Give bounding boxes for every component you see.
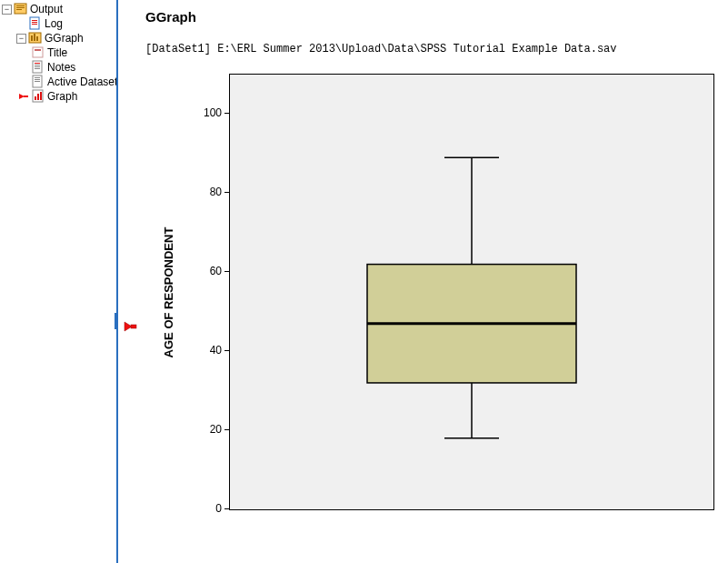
- section-title: GGraph: [145, 9, 728, 25]
- notes-icon: [31, 60, 45, 75]
- svg-rect-16: [35, 65, 40, 65]
- y-tick-label: 80: [194, 186, 222, 198]
- tree-node-ggraph[interactable]: − GGraph: [0, 31, 116, 45]
- tree-label: Title: [47, 45, 67, 60]
- tree-node-log[interactable]: Log: [0, 16, 116, 31]
- svg-rect-21: [35, 79, 40, 80]
- ggraph-folder-icon: [28, 31, 43, 45]
- active-dataset-icon: [31, 75, 45, 89]
- selected-arrow-icon: [18, 91, 29, 102]
- app-root: − Output Log − GGraph: [0, 0, 728, 563]
- svg-rect-26: [35, 96, 36, 100]
- svg-rect-15: [35, 63, 40, 64]
- plot-panel: [229, 74, 714, 510]
- y-tick-label: 20: [194, 423, 222, 436]
- tree-spacer: [16, 19, 26, 29]
- svg-rect-0: [15, 4, 26, 14]
- svg-rect-18: [35, 68, 40, 69]
- svg-rect-3: [16, 9, 22, 10]
- output-icon: [14, 2, 28, 16]
- svg-rect-24: [24, 96, 28, 97]
- tree-node-title[interactable]: Title: [0, 45, 116, 60]
- svg-rect-5: [32, 20, 37, 21]
- tree-label: Active Dataset: [47, 75, 117, 89]
- tree-label: Graph: [47, 89, 77, 104]
- dataset-path-text: [DataSet1] E:\ERL Summer 2013\Upload\Dat…: [145, 43, 728, 55]
- tree-label: Notes: [47, 60, 75, 75]
- current-item-arrow-icon: [124, 320, 138, 336]
- y-tick-label: 0: [194, 502, 222, 515]
- svg-rect-22: [35, 81, 40, 82]
- svg-rect-20: [35, 77, 40, 78]
- svg-rect-28: [40, 92, 42, 100]
- tree-node-active-dataset[interactable]: Active Dataset: [0, 75, 116, 89]
- tree-label: GGraph: [45, 31, 84, 45]
- y-axis-label: AGE OF RESPONDENT: [160, 74, 178, 510]
- title-icon: [31, 45, 45, 60]
- graph-icon: [31, 89, 45, 104]
- svg-rect-2: [16, 7, 25, 8]
- boxplot-svg: [230, 75, 713, 509]
- svg-rect-13: [35, 49, 41, 51]
- y-tick-label: 60: [194, 265, 222, 277]
- tree-node-graph[interactable]: Graph: [0, 89, 116, 104]
- expander-icon[interactable]: −: [2, 5, 12, 15]
- svg-rect-1: [16, 5, 25, 6]
- y-tick-label: 40: [194, 344, 222, 357]
- tree-label: Log: [45, 16, 63, 31]
- tree-node-notes[interactable]: Notes: [0, 60, 116, 75]
- svg-rect-12: [33, 47, 43, 57]
- svg-rect-6: [32, 22, 37, 23]
- svg-rect-11: [36, 36, 38, 41]
- svg-rect-9: [31, 35, 33, 41]
- output-tree[interactable]: − Output Log − GGraph: [0, 2, 116, 104]
- log-icon: [28, 16, 43, 31]
- y-tick-label: 100: [194, 106, 222, 119]
- svg-rect-27: [37, 94, 39, 100]
- output-tree-panel: − Output Log − GGraph: [0, 0, 118, 563]
- boxplot-chart[interactable]: AGE OF RESPONDENT 020406080100: [158, 74, 714, 528]
- svg-rect-10: [34, 34, 35, 41]
- expander-icon[interactable]: −: [16, 34, 26, 44]
- tree-label: Output: [30, 2, 63, 16]
- tree-node-output[interactable]: − Output: [0, 2, 116, 16]
- svg-rect-7: [32, 24, 37, 25]
- svg-rect-17: [35, 66, 40, 67]
- svg-rect-30: [131, 325, 136, 328]
- output-content: GGraph [DataSet1] E:\ERL Summer 2013\Upl…: [118, 0, 728, 563]
- svg-rect-4: [30, 17, 39, 29]
